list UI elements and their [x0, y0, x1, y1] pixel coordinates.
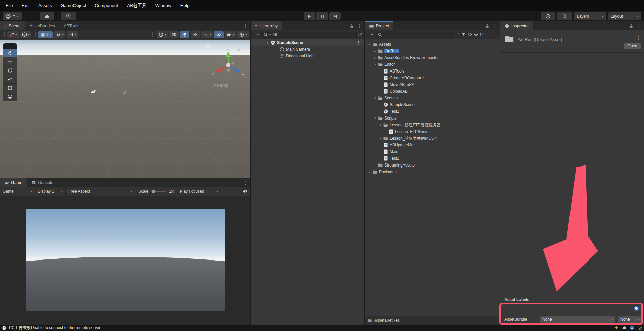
pivot-button[interactable]: ▾ [20, 31, 32, 38]
menu-item[interactable]: Assets [34, 0, 56, 11]
filter-by-label-icon[interactable] [467, 32, 472, 37]
tab-scene[interactable]: #Scene [0, 21, 25, 30]
project-tree-item[interactable]: # ABTools [365, 68, 500, 75]
project-tree-item[interactable]: ▸ Packages [365, 169, 500, 175]
activity-check-icon[interactable] [637, 325, 642, 330]
sync-status-icon[interactable] [630, 325, 634, 330]
tab-inspector[interactable]: Inspector [500, 21, 533, 30]
visibility-toggle-button[interactable] [214, 31, 224, 38]
rotate-tool-button[interactable] [3, 66, 17, 75]
scene-camera-button[interactable]: ▾ [225, 31, 236, 38]
inspector-menu-kebab-icon[interactable]: ⋮ [637, 23, 641, 28]
lock-open-icon[interactable] [629, 23, 634, 28]
project-tree-item[interactable]: ▸ Lesson_获取文件的MD5码 [365, 135, 500, 142]
project-tree-item[interactable]: StreamingAssets [365, 162, 500, 169]
disclosure-arrow-icon[interactable]: ▾ [373, 96, 377, 100]
undo-history-button[interactable] [541, 12, 555, 20]
global-search-button[interactable] [557, 12, 572, 20]
disclosure-arrow-icon[interactable]: ▾ [373, 63, 377, 66]
open-button[interactable]: Open [624, 43, 641, 49]
step-button[interactable] [329, 12, 341, 20]
menu-item[interactable]: File [1, 0, 17, 11]
disclosure-arrow-icon[interactable]: ▸ [373, 49, 377, 53]
project-tree-item[interactable]: ▾ Lesson_搭建FTP资源服务器 [365, 122, 500, 128]
tab-project[interactable]: Project [365, 21, 393, 30]
perspective-label[interactable]: <Persp [214, 83, 229, 88]
assetbundle-variant-dropdown[interactable]: None▾ [618, 316, 641, 323]
project-tree-item[interactable]: Test1 [365, 108, 500, 115]
project-search-input[interactable] [376, 32, 454, 38]
layout-dropdown[interactable]: Layout▾ [608, 12, 641, 20]
hierarchy-search-input[interactable]: ▾ All [261, 32, 357, 38]
scene-row-kebab-icon[interactable]: ⋮ [356, 40, 364, 45]
play-focused-dropdown[interactable]: Play Focused▾ [177, 187, 221, 196]
tab-hierarchy[interactable]: ≡ Hierarchy [251, 21, 282, 30]
lighting-toggle-button[interactable] [180, 31, 189, 38]
project-tree-item[interactable]: ▾ Scripts [365, 115, 500, 122]
project-tree-item[interactable]: # Test1 [365, 155, 500, 162]
project-tree-item[interactable]: # CreateABCompare [365, 75, 500, 81]
pick-object-icon[interactable] [358, 32, 363, 37]
layers-dropdown[interactable]: Layers▾ [574, 12, 606, 20]
open-search-window-icon[interactable] [455, 32, 460, 37]
hierarchy-menu-kebab-icon[interactable]: ⋮ [357, 23, 362, 28]
effects-toggle-button[interactable]: ▾ [201, 31, 213, 38]
pause-button[interactable] [316, 12, 328, 20]
tab-console[interactable]: Console [27, 178, 58, 187]
aspect-ratio-dropdown[interactable]: Free Aspect▾ [66, 187, 135, 196]
view-tool-button[interactable] [3, 49, 17, 57]
project-menu-kebab-icon[interactable]: ⋮ [493, 23, 497, 28]
project-tree-item[interactable]: # UploadAB [365, 88, 500, 95]
disclosure-arrow-icon[interactable]: ▸ [378, 137, 383, 140]
palette-grip[interactable] [3, 44, 17, 49]
menu-item[interactable]: GameObject [56, 0, 91, 11]
menu-item[interactable]: Window [151, 0, 176, 11]
disclosure-arrow-icon[interactable]: ▾ [378, 123, 383, 127]
disclosure-arrow-icon[interactable]: ▾ [367, 43, 372, 46]
project-tree-item[interactable]: SampleScene [365, 101, 500, 108]
game-target-dropdown[interactable]: Game▾ [0, 187, 35, 196]
menu-item[interactable]: Help [176, 0, 194, 11]
add-gameobject-button[interactable]: +▾ [252, 32, 260, 37]
disclosure-arrow-icon[interactable]: ▾ [373, 116, 377, 120]
game-audio-button[interactable] [239, 187, 250, 196]
hierarchy-item[interactable]: Directional Light [251, 53, 364, 59]
create-asset-button[interactable]: +▾ [366, 32, 374, 37]
menu-item[interactable]: AB包工具 [122, 0, 151, 11]
version-control-button[interactable] [61, 12, 76, 20]
tab-abtools[interactable]: ABTools [59, 21, 84, 30]
2d-toggle-button[interactable]: 2D [169, 31, 179, 38]
tool-settings-button[interactable]: ▾ [7, 31, 19, 38]
increment-snap-button[interactable]: ▾ [67, 31, 78, 38]
tab-game[interactable]: Game [0, 178, 27, 187]
project-tree-item[interactable]: # Lesson_FTPServer [365, 128, 500, 135]
scene-menu-kebab-icon[interactable]: ⋮ [243, 23, 248, 28]
asset-labels-tag-icon[interactable] [634, 305, 639, 311]
hidden-packages-icon[interactable] [474, 32, 478, 37]
disclosure-arrow-icon[interactable]: ▸ [367, 170, 372, 174]
filter-by-type-icon[interactable] [461, 32, 466, 37]
lock-open-icon[interactable] [349, 23, 354, 28]
rect-tool-button[interactable] [3, 84, 17, 92]
status-bar[interactable]: PC上传失败Unable to connect to the remote se… [0, 325, 644, 331]
scale-tool-button[interactable] [3, 75, 17, 84]
project-tree-item[interactable]: ▾ Editor [365, 61, 500, 68]
transform-tool-button[interactable] [3, 92, 17, 101]
project-tree-item[interactable]: ▸ AssetBundles-Browser-master [365, 54, 500, 61]
scene-overlay-menu-icon[interactable] [205, 45, 211, 49]
assetbundle-dropdown[interactable]: None▾ [540, 316, 615, 323]
bake-status-icon[interactable] [614, 325, 619, 330]
gizmos-button[interactable]: ▾ [237, 31, 249, 38]
project-tree-item[interactable]: # MoveABToSA [365, 81, 500, 88]
account-button[interactable]: Y ▾ [3, 12, 22, 20]
tab-assetbundles[interactable]: AssetBundles [25, 21, 59, 30]
cloud-status-icon[interactable] [622, 325, 627, 330]
display-dropdown[interactable]: Display 1▾ [35, 187, 66, 196]
audio-toggle-button[interactable] [191, 31, 200, 38]
shading-mode-button[interactable]: ▾ [157, 31, 168, 38]
lock-open-icon[interactable] [485, 23, 490, 28]
play-button[interactable] [304, 12, 315, 20]
menu-item[interactable]: Component [90, 0, 122, 11]
disclosure-arrow-icon[interactable]: ▾ [265, 41, 270, 44]
project-breadcrumb[interactable]: Assets/ArtRes [365, 316, 500, 325]
